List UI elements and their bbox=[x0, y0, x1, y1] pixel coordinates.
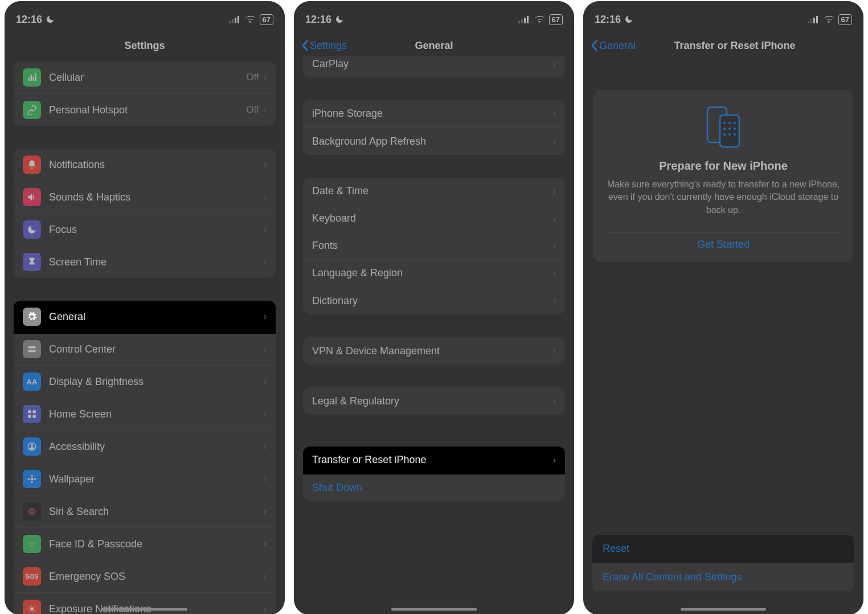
gear-icon bbox=[23, 308, 41, 326]
svg-point-39 bbox=[723, 133, 726, 136]
row-face-id-passcode[interactable]: Face ID & Passcode› bbox=[14, 528, 276, 560]
svg-rect-8 bbox=[28, 415, 31, 418]
svg-point-15 bbox=[28, 478, 31, 481]
row-value: Off bbox=[246, 104, 259, 116]
chevron-right-icon: › bbox=[264, 344, 267, 354]
svg-point-19 bbox=[30, 542, 31, 543]
dnd-moon-icon bbox=[335, 15, 344, 24]
row-personal-hotspot[interactable]: Personal HotspotOff› bbox=[14, 94, 276, 126]
row-label: Fonts bbox=[312, 240, 553, 252]
exposure-icon bbox=[23, 600, 41, 614]
row-display-brightness[interactable]: AADisplay & Brightness› bbox=[14, 366, 276, 398]
row-legal-regulatory[interactable]: Legal & Regulatory› bbox=[303, 387, 565, 415]
aa-icon: AA bbox=[23, 373, 41, 391]
svg-rect-5 bbox=[28, 350, 36, 353]
reset-actions: Reset Erase All Content and Settings bbox=[592, 535, 854, 591]
row-accessibility[interactable]: Accessibility› bbox=[14, 431, 276, 463]
transfer-phones-icon bbox=[605, 104, 842, 149]
row-siri-search[interactable]: Siri & Search› bbox=[14, 496, 276, 528]
row-label: Face ID & Passcode bbox=[49, 538, 264, 550]
row-background-app-refresh[interactable]: Background App Refresh› bbox=[303, 128, 565, 155]
dnd-moon-icon bbox=[624, 15, 633, 24]
row-control-center[interactable]: Control Center› bbox=[14, 333, 276, 366]
row-label: Dictionary bbox=[312, 295, 553, 307]
status-time: 12:16 bbox=[305, 14, 331, 26]
person-icon bbox=[23, 437, 41, 456]
row-general[interactable]: General› bbox=[14, 301, 276, 333]
svg-rect-0 bbox=[229, 21, 231, 23]
chevron-right-icon: › bbox=[264, 441, 267, 452]
row-vpn-device-management[interactable]: VPN & Device Management› bbox=[303, 337, 565, 365]
chevron-right-icon: › bbox=[264, 257, 267, 267]
row-cellular[interactable]: CellularOff› bbox=[14, 62, 276, 94]
erase-all-row[interactable]: Erase All Content and Settings bbox=[592, 563, 854, 591]
row-label: Focus bbox=[49, 224, 264, 236]
svg-rect-1 bbox=[232, 19, 234, 23]
row-focus[interactable]: Focus› bbox=[14, 214, 276, 246]
chevron-right-icon: › bbox=[264, 539, 267, 549]
back-button[interactable]: Settings bbox=[301, 40, 347, 52]
svg-point-14 bbox=[31, 481, 34, 484]
row-screen-time[interactable]: Screen Time› bbox=[14, 246, 276, 278]
row-language-region[interactable]: Language & Region› bbox=[303, 260, 565, 287]
row-emergency-sos[interactable]: SOSEmergency SOS› bbox=[14, 560, 276, 593]
bell-icon bbox=[23, 155, 41, 174]
svg-rect-30 bbox=[816, 16, 818, 23]
row-label: Transfer or Reset iPhone bbox=[312, 454, 553, 466]
reset-label: Reset bbox=[603, 543, 844, 555]
row-shut-down[interactable]: Shut Down bbox=[303, 474, 565, 501]
section: VPN & Device Management› bbox=[303, 337, 565, 365]
row-exposure-notifications[interactable]: Exposure Notifications› bbox=[14, 593, 276, 614]
nav-bar: Settings bbox=[5, 33, 285, 58]
section: Notifications›Sounds & Haptics›Focus›Scr… bbox=[14, 149, 276, 278]
back-button[interactable]: General bbox=[590, 40, 636, 52]
page-title: Settings bbox=[5, 40, 285, 52]
section: CarPlay› bbox=[303, 56, 565, 77]
svg-rect-28 bbox=[810, 19, 812, 23]
row-label: Siri & Search bbox=[49, 506, 264, 518]
row-date-time[interactable]: Date & Time› bbox=[303, 178, 565, 205]
svg-point-16 bbox=[34, 478, 36, 481]
toggles-icon bbox=[23, 340, 41, 358]
row-dictionary[interactable]: Dictionary› bbox=[303, 287, 565, 314]
status-time: 12:16 bbox=[595, 14, 621, 26]
svg-rect-24 bbox=[521, 19, 523, 23]
row-value: Off bbox=[246, 72, 259, 83]
home-indicator[interactable] bbox=[102, 608, 187, 611]
row-home-screen[interactable]: Home Screen› bbox=[14, 398, 276, 431]
row-label: CarPlay bbox=[312, 58, 553, 70]
row-label: Language & Region bbox=[312, 267, 553, 279]
signal-icon bbox=[518, 15, 530, 23]
wifi-icon bbox=[534, 15, 544, 23]
battery-level: 67 bbox=[549, 14, 563, 25]
prepare-card: Prepare for New iPhone Make sure everyth… bbox=[593, 90, 853, 262]
svg-rect-23 bbox=[518, 21, 520, 23]
svg-rect-29 bbox=[813, 18, 815, 23]
chevron-left-icon bbox=[301, 40, 309, 51]
status-time: 12:16 bbox=[16, 14, 42, 26]
row-sounds-haptics[interactable]: Sounds & Haptics› bbox=[14, 181, 276, 214]
chevron-left-icon bbox=[590, 40, 598, 51]
chevron-right-icon: › bbox=[264, 159, 267, 170]
chevron-right-icon: › bbox=[264, 376, 267, 387]
dnd-moon-icon bbox=[46, 15, 55, 24]
chevron-right-icon: › bbox=[264, 571, 267, 582]
svg-point-34 bbox=[728, 122, 731, 124]
svg-point-35 bbox=[734, 122, 736, 124]
reset-row[interactable]: Reset bbox=[592, 535, 854, 563]
nav-bar: Settings General bbox=[294, 33, 574, 58]
row-iphone-storage[interactable]: iPhone Storage› bbox=[303, 100, 565, 128]
home-indicator[interactable] bbox=[391, 608, 477, 611]
row-label: Background App Refresh bbox=[312, 136, 553, 148]
get-started-button[interactable]: Get Started bbox=[605, 232, 842, 253]
home-indicator[interactable] bbox=[681, 608, 766, 611]
phone-settings: 12:16 67 Settings CellularOff›Personal H… bbox=[5, 1, 285, 614]
row-keyboard[interactable]: Keyboard› bbox=[303, 205, 565, 232]
row-label: VPN & Device Management bbox=[312, 345, 553, 357]
row-notifications[interactable]: Notifications› bbox=[14, 149, 276, 181]
row-carplay[interactable]: CarPlay› bbox=[303, 56, 565, 77]
row-fonts[interactable]: Fonts› bbox=[303, 232, 565, 260]
row-transfer-or-reset-iphone[interactable]: Transfer or Reset iPhone› bbox=[303, 447, 565, 474]
row-label: Notifications bbox=[49, 159, 264, 171]
row-wallpaper[interactable]: Wallpaper› bbox=[14, 463, 276, 496]
